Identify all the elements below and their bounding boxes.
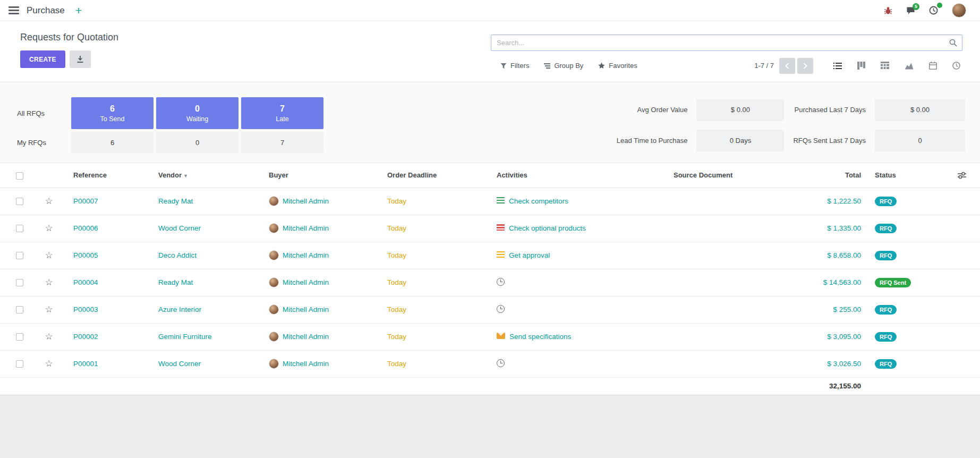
bug-icon[interactable] [884,6,892,15]
rfq-table-body: ☆ P00007 Ready Mat Mitchell Admin Today … [0,188,980,377]
lead-time-value[interactable]: 0 Days [696,130,784,152]
clock-icon[interactable] [497,278,505,287]
vendor-link[interactable]: Deco Addict [158,251,197,259]
pivot-view-icon[interactable] [881,62,889,70]
buyer-link[interactable]: Mitchell Admin [283,224,329,232]
messages-icon[interactable]: 5 [906,6,915,15]
buyer-link[interactable]: Mitchell Admin [283,333,329,341]
clock-icon[interactable] [497,305,505,315]
vendor-link[interactable]: Gemini Furniture [158,333,212,341]
reference-link[interactable]: P00005 [73,251,98,259]
table-row[interactable]: ☆ P00001 Wood Corner Mitchell Admin Toda… [0,350,980,377]
purchased-last-7-days[interactable]: $ 0.00 [875,99,965,121]
kpi-to-send[interactable]: 6 To Send [71,97,154,129]
column-header-source-document[interactable]: Source Document [665,163,777,188]
buyer-link[interactable]: Mitchell Admin [283,306,329,313]
activity-link[interactable]: Get approval [509,251,550,259]
activity-link[interactable]: Check competitors [509,197,568,205]
rfqs-sent-last-7-days[interactable]: 0 [875,130,965,152]
envelope-icon[interactable] [497,333,505,341]
user-avatar[interactable] [952,3,966,18]
my-to-send[interactable]: 6 [71,132,154,153]
column-header-total[interactable]: Total [777,163,870,188]
plus-icon[interactable]: + [75,5,82,16]
activities-clock-icon[interactable] [929,6,938,15]
avg-order-value[interactable]: $ 0.00 [696,99,784,121]
favorite-star-icon[interactable]: ☆ [45,277,53,287]
table-row[interactable]: ☆ P00005 Deco Addict Mitchell Admin Toda… [0,242,980,269]
create-button[interactable]: CREATE [20,50,65,68]
kpi-waiting[interactable]: 0 Waiting [156,97,238,129]
row-checkbox[interactable] [16,306,23,313]
graph-view-icon[interactable] [905,62,914,70]
reference-link[interactable]: P00006 [73,224,98,232]
clock-icon[interactable] [497,359,505,369]
pager-previous-button[interactable] [779,58,795,74]
row-checkbox[interactable] [16,279,23,286]
export-button[interactable] [70,50,91,68]
reference-link[interactable]: P00007 [73,197,98,205]
tasks-red-icon[interactable] [497,224,505,232]
favorites-button[interactable]: Favorites [598,62,637,70]
favorite-star-icon[interactable]: ☆ [45,223,53,233]
reference-link[interactable]: P00002 [73,333,98,341]
reference-link[interactable]: P00003 [73,306,98,313]
row-checkbox[interactable] [16,225,23,232]
column-header-buyer[interactable]: Buyer [260,163,379,188]
calendar-view-icon[interactable] [929,62,937,70]
my-late[interactable]: 7 [241,132,323,153]
vendor-link[interactable]: Wood Corner [158,224,201,232]
buyer-link[interactable]: Mitchell Admin [283,278,329,286]
vendor-link[interactable]: Wood Corner [158,360,201,368]
optional-columns-icon[interactable] [947,172,980,179]
tasks-green-icon[interactable] [497,197,505,205]
column-header-reference[interactable]: Reference [65,163,150,188]
list-view-icon[interactable] [833,62,842,70]
select-all-checkbox[interactable] [16,172,23,180]
my-rfqs-label[interactable]: My RFQs [17,139,69,147]
column-header-order-deadline[interactable]: Order Deadline [379,163,488,188]
filters-button[interactable]: Filters [500,62,529,70]
my-waiting[interactable]: 0 [156,132,238,153]
buyer-link[interactable]: Mitchell Admin [283,197,329,205]
table-row[interactable]: ☆ P00003 Azure Interior Mitchell Admin T… [0,296,980,323]
search-input[interactable] [491,35,962,51]
table-row[interactable]: ☆ P00004 Ready Mat Mitchell Admin Today … [0,269,980,296]
column-header-status[interactable]: Status [870,163,939,188]
row-checkbox[interactable] [16,252,23,259]
vendor-link[interactable]: Ready Mat [158,197,193,205]
buyer-link[interactable]: Mitchell Admin [283,251,329,259]
reference-link[interactable]: P00001 [73,360,98,368]
buyer-link[interactable]: Mitchell Admin [283,360,329,368]
activity-link[interactable]: Send specifications [509,333,571,341]
pager-value[interactable]: 1-7 / 7 [754,62,774,70]
order-deadline: Today [387,360,406,368]
vendor-link[interactable]: Ready Mat [158,278,193,286]
group-by-button[interactable]: Group By [544,62,583,70]
all-rfqs-label[interactable]: All RFQs [17,109,69,117]
tasks-yellow-icon[interactable] [497,251,505,259]
favorite-star-icon[interactable]: ☆ [45,332,53,342]
vendor-link[interactable]: Azure Interior [158,306,201,313]
favorite-star-icon[interactable]: ☆ [45,250,53,260]
favorite-star-icon[interactable]: ☆ [45,359,53,369]
search-icon[interactable] [949,39,957,47]
table-row[interactable]: ☆ P00007 Ready Mat Mitchell Admin Today … [0,188,980,215]
table-row[interactable]: ☆ P00006 Wood Corner Mitchell Admin Toda… [0,215,980,242]
favorite-star-icon[interactable]: ☆ [45,196,53,206]
kanban-view-icon[interactable] [857,62,865,70]
row-checkbox[interactable] [16,198,23,205]
apps-menu-icon[interactable] [8,6,19,14]
favorite-star-icon[interactable]: ☆ [45,304,53,315]
row-checkbox[interactable] [16,360,23,368]
pager-next-button[interactable] [797,58,813,74]
reference-link[interactable]: P00004 [73,278,98,286]
activity-link[interactable]: Check optional products [509,224,586,232]
column-header-activities[interactable]: Activities [488,163,665,188]
kpi-late[interactable]: 7 Late [241,97,323,129]
column-header-vendor[interactable]: Vendor▾ [150,163,260,188]
dashboard-clock-view-icon[interactable] [952,62,960,70]
app-name-menu[interactable]: Purchase [27,5,65,16]
table-row[interactable]: ☆ P00002 Gemini Furniture Mitchell Admin… [0,323,980,350]
row-checkbox[interactable] [16,333,23,341]
